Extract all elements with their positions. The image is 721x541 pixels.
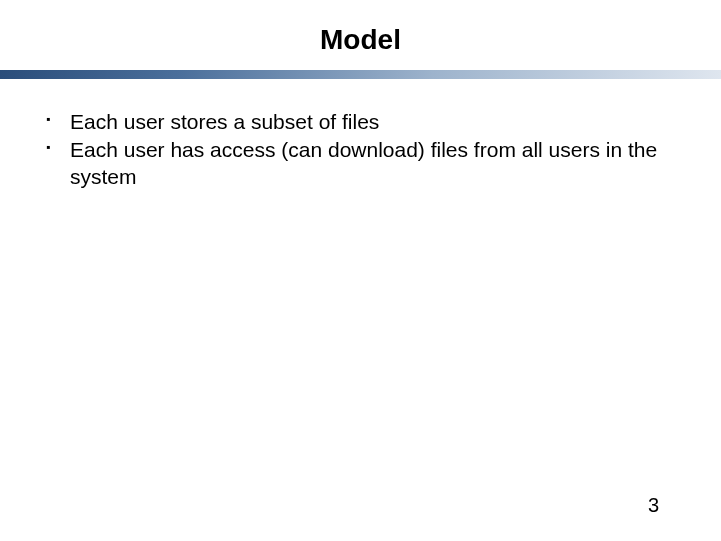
list-item: Each user stores a subset of files bbox=[40, 109, 681, 135]
content-area: Each user stores a subset of files Each … bbox=[0, 79, 721, 190]
list-item: Each user has access (can download) file… bbox=[40, 137, 681, 190]
slide-title: Model bbox=[0, 24, 721, 56]
bullet-list: Each user stores a subset of files Each … bbox=[40, 109, 681, 190]
page-number: 3 bbox=[648, 494, 659, 517]
slide: Model Each user stores a subset of files… bbox=[0, 0, 721, 541]
divider-bar bbox=[0, 70, 721, 79]
title-area: Model bbox=[0, 0, 721, 56]
